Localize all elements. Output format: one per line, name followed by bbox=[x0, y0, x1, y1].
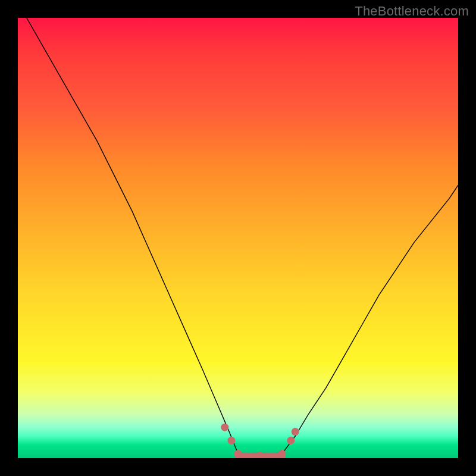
marker-dot bbox=[278, 450, 286, 458]
bottleneck-curve bbox=[18, 18, 458, 458]
marker-dot bbox=[287, 437, 295, 444]
valley-marker-dots bbox=[221, 424, 299, 458]
watermark-text: TheBottleneck.com bbox=[355, 4, 469, 19]
chart-frame: TheBottleneck.com bbox=[0, 0, 476, 476]
curve-left-branch bbox=[27, 18, 238, 454]
marker-dot bbox=[227, 437, 235, 444]
marker-dot bbox=[234, 450, 242, 458]
marker-dot bbox=[221, 424, 228, 431]
plot-area bbox=[18, 18, 458, 458]
marker-dot bbox=[292, 428, 299, 436]
curve-right-branch bbox=[282, 185, 458, 453]
